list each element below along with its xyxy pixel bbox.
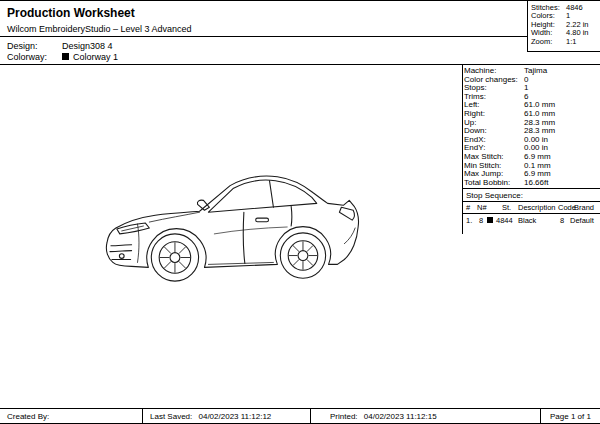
footer-created-by-label: Created By: [7,412,49,421]
stop-row-needle: 8 [479,216,483,225]
machine-info-value: 16.66ft [524,179,548,188]
col-header-needle: N# [477,203,487,212]
stop-row-description: Black [518,216,536,225]
divider [310,408,311,424]
divider [0,64,600,65]
stop-row-num: 1. [466,216,472,225]
col-header-stitches: St. [502,203,511,212]
colorway-value: Colorway 1 [73,52,118,62]
design-value: Design308 4 [62,41,113,51]
stat-value: 1:1 [566,38,576,46]
stop-row-code: 8 [560,216,564,225]
machine-info-panel: Machine: Tajima Color changes: 0 Stops: … [464,67,600,187]
footer-printed-value: 04/02/2023 11:12:15 [364,412,437,421]
divider [540,408,541,424]
worksheet-page: Production Worksheet Wilcom EmbroiderySt… [0,0,600,424]
page-title: Production Worksheet [7,6,135,20]
stop-sequence-title: Stop Sequence: [466,191,523,200]
colorway-color-chip [62,53,69,60]
footer-last-saved-value: 04/02/2023 11:12:12 [198,412,271,421]
col-header-num: # [466,203,470,212]
divider [0,408,600,409]
divider [462,188,600,189]
machine-info-row: Total Bobbin: 16.66ft [464,179,600,188]
design-stats-box: Stitches: 4846 Colors: 1 Height: 2.22 in… [527,1,600,52]
stop-sequence-section: Stop Sequence: # N# St. Description Code… [462,188,600,238]
divider [462,201,600,202]
app-subtitle: Wilcom EmbroideryStudio – Level 3 Advanc… [7,24,192,34]
col-header-description: Description [518,203,556,212]
stop-row-stitches: 4844 [496,216,513,225]
divider [462,213,600,214]
thread-color-chip [487,217,493,223]
footer-page-number: Page 1 of 1 [550,412,591,421]
col-header-brand: Brand [574,203,594,212]
stat-label: Zoom: [531,38,566,46]
divider [142,408,143,424]
colorway-label: Colorway: [7,52,47,62]
design-label: Design: [7,41,38,51]
divider [0,36,527,37]
footer-last-saved: Last Saved: 04/02/2023 11:12:12 [150,412,271,421]
machine-info-label: Total Bobbin: [464,179,524,188]
stat-row: Zoom: 1:1 [531,38,600,46]
footer-last-saved-label: Last Saved: [150,412,192,421]
design-preview-car [98,161,374,291]
stop-row-brand: Default [570,216,594,225]
design-preview [98,161,374,291]
footer-printed-label: Printed: [330,412,358,421]
footer-printed: Printed: 04/02/2023 11:12:15 [330,412,437,421]
